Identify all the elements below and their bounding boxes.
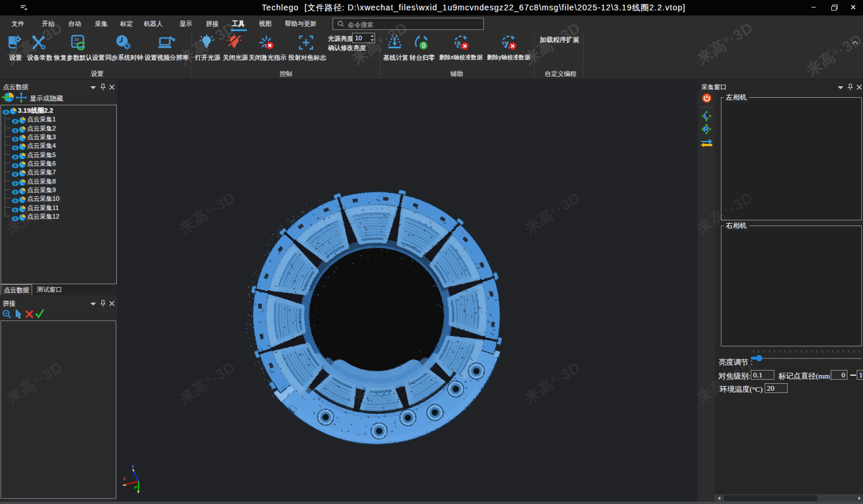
svg-text:x: x (123, 476, 126, 482)
svg-text:y: y (132, 463, 135, 469)
svg-text:R: R (704, 125, 709, 133)
svg-text:y: y (505, 39, 509, 47)
svg-text:L: L (704, 112, 709, 120)
svg-text:10: 10 (74, 37, 79, 41)
svg-text:0: 0 (422, 43, 426, 49)
svg-text:x: x (457, 39, 461, 47)
